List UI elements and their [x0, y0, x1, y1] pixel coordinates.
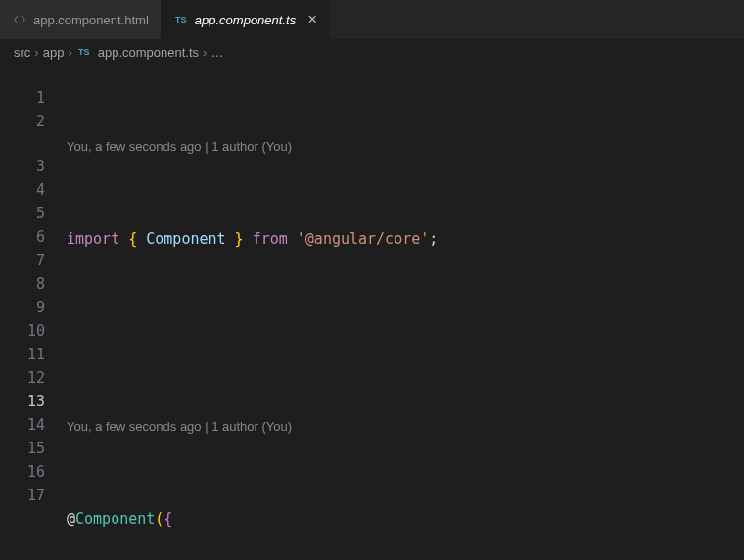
codelens[interactable]: You, a few seconds ago | 1 author (You): [67, 415, 744, 437]
ts-icon: TS: [76, 44, 92, 60]
line-number: 7: [0, 249, 45, 272]
line-number: 15: [0, 437, 45, 460]
tab-app-component-ts[interactable]: TS app.component.ts ×: [162, 0, 330, 39]
line-number: 4: [0, 178, 45, 202]
line-number: 10: [0, 319, 45, 343]
breadcrumb-ellipsis[interactable]: …: [210, 45, 223, 60]
breadcrumb-part[interactable]: src: [14, 45, 30, 60]
codelens[interactable]: You, a few seconds ago | 1 author (You): [67, 135, 744, 157]
line-number: 16: [0, 460, 45, 484]
breadcrumb: src › app › TS app.component.ts › …: [0, 39, 744, 65]
ts-icon: TS: [173, 12, 189, 27]
code-line: [67, 321, 744, 345]
line-number: 11: [0, 343, 45, 366]
chevron-right-icon: ›: [203, 45, 207, 60]
html-icon: [12, 12, 27, 27]
line-number: 8: [0, 272, 45, 296]
code-content[interactable]: You, a few seconds ago | 1 author (You) …: [67, 65, 744, 560]
code-line: @Component({: [67, 507, 744, 531]
chevron-right-icon: ›: [34, 45, 38, 60]
line-number: 5: [0, 202, 45, 225]
line-number: 13: [0, 390, 45, 413]
code-line: import { Component } from '@angular/core…: [67, 227, 744, 251]
chevron-right-icon: ›: [68, 45, 71, 60]
line-number: 2: [0, 110, 45, 133]
breadcrumb-file[interactable]: app.component.ts: [98, 45, 199, 60]
line-number: 14: [0, 413, 45, 437]
line-number: 3: [0, 155, 45, 178]
close-icon[interactable]: ×: [307, 12, 316, 27]
tab-label: app.component.ts: [195, 13, 296, 27]
line-number: 12: [0, 366, 45, 390]
line-gutter: 1 2 3 4 5 6 7 8 9 10 11 12 13 14 15 16 1…: [0, 65, 67, 560]
tab-app-component-html[interactable]: app.component.html: [0, 0, 162, 39]
line-number: 17: [0, 484, 45, 507]
code-editor[interactable]: 1 2 3 4 5 6 7 8 9 10 11 12 13 14 15 16 1…: [0, 65, 744, 560]
tab-label: app.component.html: [33, 13, 149, 27]
minimap[interactable]: [734, 65, 744, 560]
line-number: 9: [0, 296, 45, 319]
line-number: 6: [0, 225, 45, 249]
editor-tabs: app.component.html TS app.component.ts ×: [0, 0, 744, 39]
breadcrumb-part[interactable]: app: [43, 45, 65, 60]
line-number: 1: [0, 86, 45, 110]
